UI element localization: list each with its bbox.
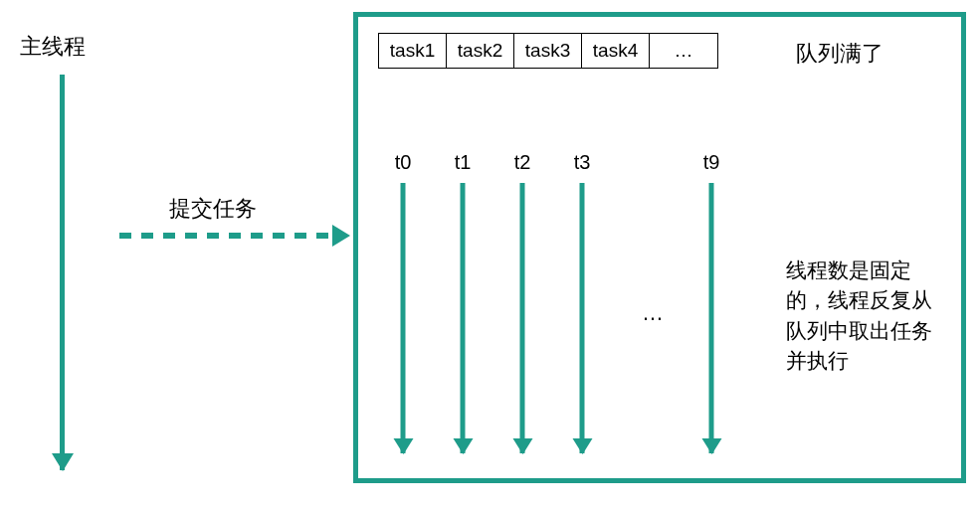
queue-cell: … bbox=[650, 34, 717, 68]
main-thread-label: 主线程 bbox=[20, 32, 86, 62]
submit-task-label: 提交任务 bbox=[169, 194, 257, 224]
queue-cell: task1 bbox=[379, 34, 447, 68]
thread-arrow bbox=[580, 183, 585, 453]
thread-arrow bbox=[520, 183, 525, 453]
thread-label: t9 bbox=[703, 151, 720, 174]
thread-label: t3 bbox=[574, 151, 591, 174]
task-queue: task1 task2 task3 task4 … bbox=[378, 33, 718, 69]
queue-cell: task4 bbox=[582, 34, 650, 68]
thread-arrow bbox=[709, 183, 714, 453]
queue-cell: task3 bbox=[514, 34, 582, 68]
thread-label: t1 bbox=[455, 151, 472, 174]
queue-full-label: 队列满了 bbox=[796, 39, 883, 69]
thread-label: t2 bbox=[514, 151, 531, 174]
pool-description: 线程数是固定的，线程反复从队列中取出任务并执行 bbox=[786, 256, 950, 377]
thread-arrow bbox=[401, 183, 406, 453]
submit-task-arrow bbox=[119, 233, 334, 239]
main-thread-arrow bbox=[60, 75, 65, 470]
queue-cell: task2 bbox=[447, 34, 514, 68]
thread-label: t0 bbox=[395, 151, 412, 174]
thread-pool-box: task1 task2 task3 task4 … 队列满了 t0 t1 t2 … bbox=[353, 12, 966, 483]
threads-ellipsis: … bbox=[642, 300, 664, 326]
thread-arrow bbox=[461, 183, 466, 453]
